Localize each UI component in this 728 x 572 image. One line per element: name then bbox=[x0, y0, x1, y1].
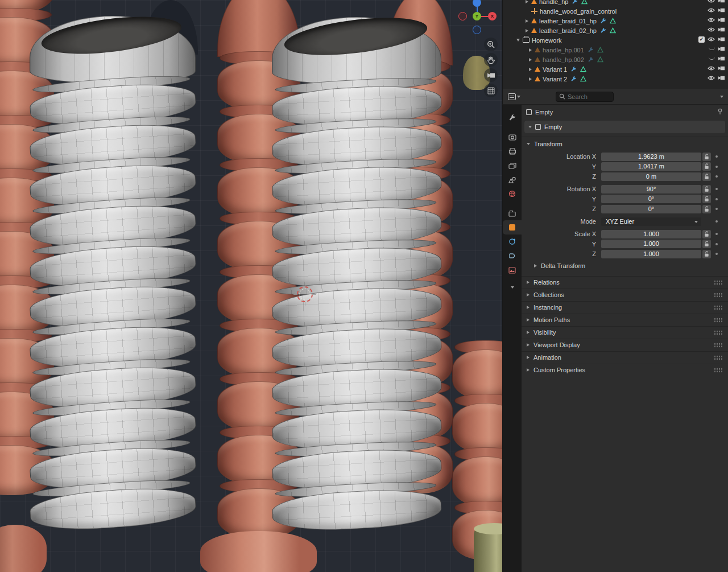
animate-dot[interactable] bbox=[715, 208, 718, 210]
outliner-row-variant-1[interactable]: Variant 1 bbox=[503, 64, 728, 74]
disable-render-camera-icon[interactable] bbox=[718, 75, 725, 82]
scale-z-field[interactable]: 1.000 bbox=[601, 250, 701, 258]
lock-icon[interactable] bbox=[702, 162, 711, 171]
tab-constraints[interactable] bbox=[503, 249, 522, 263]
tab-tool[interactable] bbox=[503, 110, 522, 125]
panel-drag-grip[interactable] bbox=[714, 293, 723, 298]
lock-icon[interactable] bbox=[702, 240, 711, 248]
animate-dot[interactable] bbox=[715, 253, 718, 255]
3d-viewport[interactable]: X Y bbox=[0, 0, 502, 572]
expand-arrow-icon[interactable] bbox=[526, 19, 528, 23]
object-name[interactable]: handle_hp bbox=[539, 0, 568, 5]
lock-icon[interactable] bbox=[702, 250, 711, 258]
object-name[interactable]: Variant 2 bbox=[543, 76, 567, 83]
lock-icon[interactable] bbox=[702, 205, 711, 213]
animate-dot[interactable] bbox=[715, 175, 718, 178]
tab-render[interactable] bbox=[503, 130, 522, 144]
disable-render-camera-icon[interactable] bbox=[718, 0, 725, 5]
object-name[interactable]: handle_hp.001 bbox=[543, 47, 584, 54]
outliner-row-handle-hp[interactable]: handle_hp bbox=[503, 0, 728, 6]
tab-output[interactable] bbox=[503, 144, 522, 158]
object-name[interactable]: Variant 1 bbox=[543, 66, 567, 73]
object-name[interactable]: leather_braid_01_hp bbox=[539, 18, 597, 24]
hide-eye-icon[interactable] bbox=[708, 75, 715, 82]
animate-dot[interactable] bbox=[715, 243, 718, 245]
location-z-field[interactable]: 0 m bbox=[601, 172, 701, 181]
lock-icon[interactable] bbox=[702, 172, 711, 181]
disable-render-camera-icon[interactable] bbox=[718, 27, 725, 34]
delta-transform-subpanel[interactable]: Delta Transform bbox=[522, 260, 728, 272]
search-box[interactable] bbox=[556, 92, 614, 102]
axis-z-ball[interactable] bbox=[473, 0, 481, 7]
pan-hand-icon[interactable] bbox=[484, 53, 498, 67]
rotation-x-field[interactable]: 90° bbox=[601, 185, 701, 194]
object-name[interactable]: leather_braid_02_hp bbox=[539, 27, 597, 34]
panel-animation[interactable]: Animation bbox=[522, 351, 728, 364]
hidden-eye-icon[interactable] bbox=[709, 56, 715, 60]
panel-viewport-display[interactable]: Viewport Display bbox=[522, 339, 728, 351]
outliner-row-wood-grain-control[interactable]: handle_wood_grain_control bbox=[503, 6, 728, 16]
disable-render-camera-icon[interactable] bbox=[718, 56, 725, 63]
tab-object-data[interactable] bbox=[503, 263, 522, 277]
animate-dot[interactable] bbox=[715, 166, 718, 168]
lock-icon[interactable] bbox=[702, 230, 711, 238]
hide-eye-icon[interactable] bbox=[708, 7, 715, 14]
rotation-y-field[interactable]: 0° bbox=[601, 195, 701, 203]
outliner-row-handle-hp-002[interactable]: handle_hp.002 bbox=[503, 55, 728, 64]
hidden-eye-icon[interactable] bbox=[709, 47, 715, 50]
rotation-z-field[interactable]: 0° bbox=[601, 205, 701, 213]
axis-x-ball[interactable]: X bbox=[488, 12, 497, 20]
hide-eye-icon[interactable] bbox=[708, 0, 715, 5]
panel-collections[interactable]: Collections bbox=[522, 289, 728, 301]
disable-render-camera-icon[interactable] bbox=[718, 46, 725, 53]
axis-y-ball[interactable]: Y bbox=[473, 12, 481, 20]
zoom-icon[interactable] bbox=[484, 38, 498, 51]
scale-y-field[interactable]: 1.000 bbox=[601, 240, 701, 248]
handle-mesh-left[interactable] bbox=[30, 16, 196, 528]
disable-render-camera-icon[interactable] bbox=[718, 17, 725, 24]
camera-view-icon[interactable] bbox=[484, 68, 498, 82]
outliner-row-leather-braid-01[interactable]: leather_braid_01_hp bbox=[503, 16, 728, 26]
collapse-arrow-icon[interactable] bbox=[516, 39, 520, 42]
tab-collection[interactable] bbox=[503, 206, 522, 220]
expand-arrow-icon[interactable] bbox=[529, 58, 532, 61]
animate-dot[interactable] bbox=[715, 198, 718, 200]
search-input[interactable] bbox=[568, 93, 607, 100]
location-x-field[interactable]: 1.9623 m bbox=[601, 153, 701, 161]
tab-physics[interactable] bbox=[503, 234, 522, 249]
disable-render-camera-icon[interactable] bbox=[718, 65, 725, 72]
animate-dot[interactable] bbox=[715, 220, 718, 223]
panel-drag-grip[interactable] bbox=[714, 343, 723, 348]
panel-custom-properties[interactable]: Custom Properties bbox=[522, 364, 728, 376]
collection-checkbox[interactable]: ✓ bbox=[698, 36, 705, 43]
outliner-row-handle-hp-001[interactable]: handle_hp.001 bbox=[503, 45, 728, 55]
tabs-scroll-chevron-icon[interactable] bbox=[511, 286, 514, 289]
tab-object-properties[interactable] bbox=[503, 220, 522, 234]
rotation-mode-dropdown[interactable]: XYZ Euler bbox=[601, 217, 701, 226]
disable-render-camera-icon[interactable] bbox=[718, 36, 725, 43]
hide-eye-icon[interactable] bbox=[708, 27, 715, 34]
navigation-gizmo[interactable]: X Y bbox=[458, 0, 496, 36]
panel-drag-grip[interactable] bbox=[714, 280, 723, 285]
outliner-row-variant-2[interactable]: Variant 2 bbox=[503, 74, 728, 84]
panel-drag-grip[interactable] bbox=[714, 368, 723, 373]
toggle-grid-icon[interactable] bbox=[484, 84, 498, 97]
pin-icon[interactable] bbox=[717, 108, 723, 116]
editor-type-selector[interactable] bbox=[506, 92, 522, 101]
location-y-field[interactable]: 1.0417 m bbox=[601, 162, 701, 171]
tab-world[interactable] bbox=[503, 187, 522, 201]
lock-icon[interactable] bbox=[702, 195, 711, 203]
expand-arrow-icon[interactable] bbox=[526, 29, 528, 32]
object-name[interactable]: handle_hp.002 bbox=[543, 56, 584, 63]
panel-motion-paths[interactable]: Motion Paths bbox=[522, 314, 728, 326]
animate-dot[interactable] bbox=[715, 155, 718, 158]
lock-icon[interactable] bbox=[702, 185, 711, 194]
disable-render-camera-icon[interactable] bbox=[718, 7, 725, 14]
hide-eye-icon[interactable] bbox=[708, 17, 715, 24]
hide-eye-icon[interactable] bbox=[708, 65, 715, 72]
panel-visibility[interactable]: Visibility bbox=[522, 326, 728, 339]
panel-instancing[interactable]: Instancing bbox=[522, 301, 728, 314]
axis-x-negative-ball[interactable] bbox=[458, 12, 467, 20]
animate-dot[interactable] bbox=[715, 188, 718, 190]
tab-scene[interactable] bbox=[503, 172, 522, 187]
